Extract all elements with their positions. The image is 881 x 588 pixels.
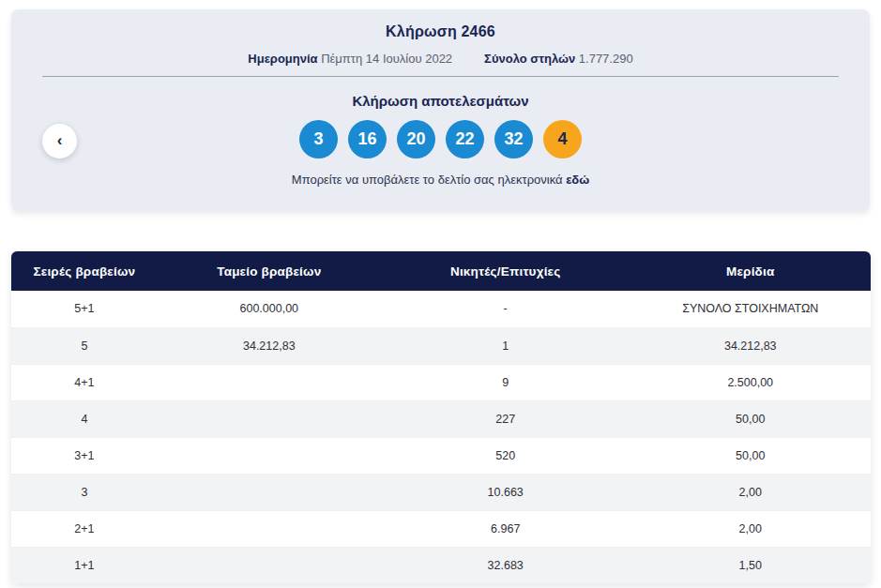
tier-cell: 5 xyxy=(11,327,158,364)
winners-cell: 6.967 xyxy=(381,510,630,547)
header-prize-tiers: Σειρές βραβείων xyxy=(11,251,158,291)
table-row: 5 34.212,83 1 34.212,83 xyxy=(11,327,871,364)
shares-cell: 50,00 xyxy=(630,400,872,437)
tier-cell: 4+1 xyxy=(11,364,158,400)
chevron-left-icon: ‹ xyxy=(57,132,63,148)
winners-cell: - xyxy=(381,291,630,327)
draw-date-label: Ημερομηνία xyxy=(248,52,317,66)
winning-number-ball: 22 xyxy=(446,120,484,158)
winners-cell: 9 xyxy=(381,364,630,400)
table-row: 4+1 9 2.500,00 xyxy=(11,364,871,400)
winners-cell: 227 xyxy=(381,400,630,437)
tier-cell: 3 xyxy=(11,474,158,510)
draw-date: Ημερομηνία Πέμπτη 14 Ιουλίου 2022 xyxy=(248,52,452,66)
prizes-table-container: Σειρές βραβείων Ταμείο βραβείων Νικητές/… xyxy=(11,251,871,583)
prizes-table-header-row: Σειρές βραβείων Ταμείο βραβείων Νικητές/… xyxy=(11,251,871,291)
total-columns-label: Σύνολο στηλών xyxy=(484,52,575,66)
fund-cell: 600.000,00 xyxy=(158,291,381,327)
tier-cell: 1+1 xyxy=(11,547,158,583)
winners-cell: 10.663 xyxy=(381,474,630,510)
table-row: 5+1 600.000,00 - ΣΥΝΟΛΟ ΣΤΟΙΧΗΜΑΤΩΝ xyxy=(11,291,871,327)
winning-number-ball: 3 xyxy=(299,120,338,158)
tier-cell: 5+1 xyxy=(11,291,158,327)
tier-cell: 3+1 xyxy=(11,437,158,474)
tier-cell: 2+1 xyxy=(11,510,158,547)
draw-date-value: Πέμπτη 14 Ιουλίου 2022 xyxy=(321,52,452,66)
winning-number-ball: 32 xyxy=(494,120,533,158)
header-prize-fund: Ταμείο βραβείων xyxy=(158,251,381,291)
winning-number-ball: 20 xyxy=(397,120,435,158)
draw-panel: Κλήρωση 2466 Ημερομηνία Πέμπτη 14 Ιουλίο… xyxy=(11,9,870,211)
winning-numbers-row: 3 16 20 22 32 4 xyxy=(11,120,870,158)
winners-cell: 32.683 xyxy=(381,547,630,583)
fund-cell xyxy=(158,510,381,547)
table-row: 2+1 6.967 2,00 xyxy=(11,510,871,547)
winners-cell: 520 xyxy=(381,437,630,474)
prizes-table: Σειρές βραβείων Ταμείο βραβείων Νικητές/… xyxy=(11,251,871,583)
fund-cell: 34.212,83 xyxy=(158,327,381,364)
submit-note-text: Μπορείτε να υποβάλετε το δελτίο σας ηλεκ… xyxy=(292,173,563,187)
results-heading: Κλήρωση αποτελεσμάτων xyxy=(11,93,870,109)
winners-cell: 1 xyxy=(381,327,630,364)
submit-note: Μπορείτε να υποβάλετε το δελτίο σας ηλεκ… xyxy=(11,173,870,187)
fund-cell xyxy=(158,364,381,400)
previous-draw-button[interactable]: ‹ xyxy=(42,124,77,158)
shares-cell: 2,00 xyxy=(630,510,872,547)
bonus-number-ball: 4 xyxy=(543,120,582,158)
shares-cell: 1,50 xyxy=(630,547,872,583)
tier-cell: 4 xyxy=(11,400,158,437)
shares-cell: 2,00 xyxy=(630,474,872,510)
table-row: 3 10.663 2,00 xyxy=(11,474,871,510)
fund-cell xyxy=(158,400,381,437)
fund-cell xyxy=(158,474,381,510)
fund-cell xyxy=(158,437,381,474)
header-winners: Νικητές/Επιτυχίες xyxy=(381,251,630,291)
fund-cell xyxy=(158,547,381,583)
header-shares: Μερίδια xyxy=(630,251,872,291)
panel-divider xyxy=(42,76,839,77)
table-row: 1+1 32.683 1,50 xyxy=(11,547,871,583)
table-row: 4 227 50,00 xyxy=(11,400,871,437)
draw-meta: Ημερομηνία Πέμπτη 14 Ιουλίου 2022 Σύνολο… xyxy=(11,52,870,66)
total-columns: Σύνολο στηλών 1.777.290 xyxy=(484,52,633,66)
shares-cell: ΣΥΝΟΛΟ ΣΤΟΙΧΗΜΑΤΩΝ xyxy=(630,291,872,327)
draw-title: Κλήρωση 2466 xyxy=(11,9,870,40)
table-row: 3+1 520 50,00 xyxy=(11,437,871,474)
total-columns-value: 1.777.290 xyxy=(579,52,633,66)
shares-cell: 34.212,83 xyxy=(630,327,872,364)
winning-number-ball: 16 xyxy=(348,120,387,158)
shares-cell: 50,00 xyxy=(630,437,872,474)
submit-note-link[interactable]: εδώ xyxy=(566,173,589,187)
shares-cell: 2.500,00 xyxy=(630,364,872,400)
